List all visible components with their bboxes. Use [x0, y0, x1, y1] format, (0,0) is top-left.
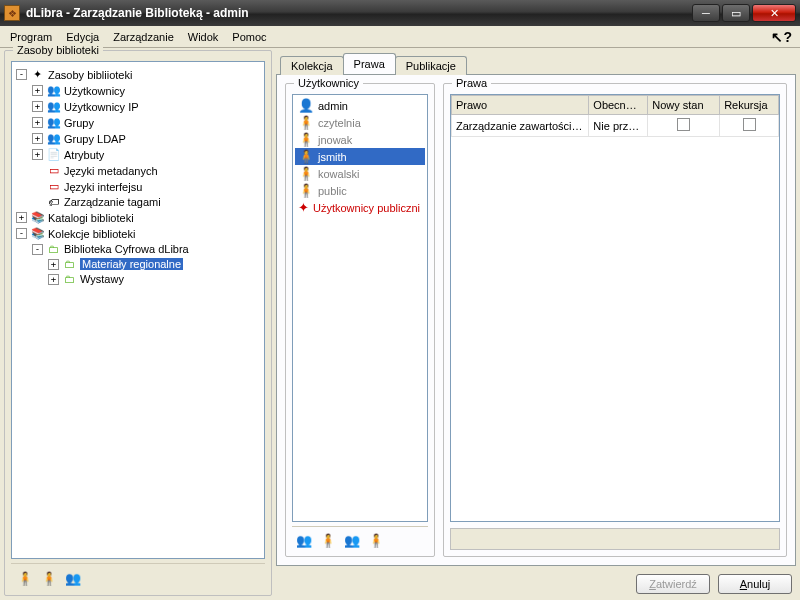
user-label[interactable]: public [318, 185, 347, 197]
rights-legend: Prawa [452, 77, 491, 89]
left-panel: Zasoby biblioteki - ✦ Zasoby bibliioteki… [4, 50, 272, 596]
user-row: 🧍czytelnia [295, 114, 425, 131]
user-row: 🧍public [295, 182, 425, 199]
public-users-icon: ✦ [298, 201, 309, 214]
collections-icon: 📚 [30, 227, 45, 240]
tree-item-groups-ldap[interactable]: Grupy LDAP [64, 133, 126, 145]
tree-scroll[interactable]: - ✦ Zasoby bibliioteki +👥Użytkownicy +👥U… [11, 61, 265, 559]
users-panel: Użytkownicy 👤admin 🧍czytelnia 🧍jnowak 🧍j… [285, 83, 435, 557]
cancel-button[interactable]: Anuluj [718, 574, 792, 594]
user-icon: 🧍 [298, 150, 314, 163]
left-panel-legend: Zasoby biblioteki [13, 44, 103, 56]
col-nowystan[interactable]: Nowy stan [648, 96, 720, 115]
menu-zarzadzanie[interactable]: Zarządzanie [107, 29, 180, 45]
cell-nowystan[interactable] [648, 115, 720, 137]
tree-item-catalogs[interactable]: Katalogi biblioteki [48, 212, 134, 224]
tab-content: Użytkownicy 👤admin 🧍czytelnia 🧍jnowak 🧍j… [276, 74, 796, 566]
users-list[interactable]: 👤admin 🧍czytelnia 🧍jnowak 🧍jsmith 🧍kowal… [292, 94, 428, 522]
cell-prawo: Zarządzanie zawartością kole… [452, 115, 589, 137]
tag-icon: 🏷 [46, 196, 61, 208]
tree-expander[interactable]: + [48, 259, 59, 270]
tree-root[interactable]: Zasoby bibliioteki [48, 69, 132, 81]
tree-item-groups[interactable]: Grupy [64, 117, 94, 129]
tree-expander[interactable]: + [32, 149, 43, 160]
users-legend: Użytkownicy [294, 77, 363, 89]
group-icon[interactable]: 👥 [296, 534, 312, 547]
user-label[interactable]: kowalski [318, 168, 360, 180]
window-close-button[interactable]: ✕ [752, 4, 796, 22]
menu-program[interactable]: Program [4, 29, 58, 45]
tree-item-exhib[interactable]: Wystawy [80, 273, 124, 285]
menu-edycja[interactable]: Edycja [60, 29, 105, 45]
col-prawo[interactable]: Prawo [452, 96, 589, 115]
cell-rekursja[interactable] [720, 115, 779, 137]
tree-item-lang-meta[interactable]: Języki metadanych [64, 165, 158, 177]
help-icon[interactable]: ↖? [767, 29, 796, 45]
status-box [450, 528, 780, 550]
user-label[interactable]: Użytkownicy publiczni [313, 202, 420, 214]
cell-obecny: Nie przy… [589, 115, 648, 137]
user-icon: 🧍 [298, 184, 314, 197]
window-title: dLibra - Zarządzanie Biblioteką - admin [26, 6, 692, 20]
users-ip-icon: 👥 [46, 100, 61, 113]
tree-item-collections[interactable]: Kolekcje biblioteki [48, 228, 135, 240]
tree-expander[interactable]: - [16, 228, 27, 239]
right-panel: Kolekcja Prawa Publikacje Użytkownicy 👤a… [276, 50, 796, 596]
tree-expander[interactable]: - [16, 69, 27, 80]
tree-expander[interactable]: + [48, 274, 59, 285]
library-icon: ✦ [30, 68, 45, 81]
user-row: ✦Użytkownicy publiczni [295, 199, 425, 216]
person-icon[interactable]: 🧍 [320, 534, 336, 547]
tree-item-users[interactable]: Użytkownicy [64, 85, 125, 97]
tree-expander[interactable]: + [32, 85, 43, 96]
confirm-button[interactable]: Zatwierdź [636, 574, 710, 594]
tree-item-lang-ui[interactable]: Języki interfejsu [64, 181, 142, 193]
rights-table: Prawo Obecn… Nowy stan Rekursja Zarządza… [451, 95, 779, 137]
tree-item-regional[interactable]: Materiały regionalne [80, 258, 183, 270]
table-row[interactable]: Zarządzanie zawartością kole… Nie przy… [452, 115, 779, 137]
user-icon: 🧍 [298, 133, 314, 146]
folder-icon: 🗀 [46, 243, 61, 255]
checkbox-icon[interactable] [743, 118, 756, 131]
group-icon[interactable]: 👥 [65, 572, 81, 585]
menu-pomoc[interactable]: Pomoc [226, 29, 272, 45]
user-admin-icon: 👤 [298, 99, 314, 112]
user-icon: 🧍 [298, 167, 314, 180]
person-icon[interactable]: 🧍 [17, 572, 33, 585]
user-row: 🧍kowalski [295, 165, 425, 182]
user-label[interactable]: jsmith [318, 151, 347, 163]
tree-expander[interactable]: - [32, 244, 43, 255]
tab-publikacje[interactable]: Publikacje [395, 56, 467, 75]
user-label[interactable]: czytelnia [318, 117, 361, 129]
bottom-buttons: Zatwierdź Anuluj [276, 566, 796, 596]
folder-icon: 🗀 [62, 273, 77, 285]
groups-icon: 👥 [46, 116, 61, 129]
tree-expander[interactable]: + [32, 133, 43, 144]
person-icon[interactable]: 🧍 [368, 534, 384, 547]
users-footer: 👥 🧍 👥 🧍 [292, 526, 428, 550]
checkbox-icon[interactable] [677, 118, 690, 131]
window-minimize-button[interactable]: ─ [692, 4, 720, 22]
col-rekursja[interactable]: Rekursja [720, 96, 779, 115]
user-label[interactable]: jnowak [318, 134, 352, 146]
tree-expander[interactable]: + [16, 212, 27, 223]
tree-item-tags[interactable]: Zarządzanie tagami [64, 196, 161, 208]
menubar: Program Edycja Zarządzanie Widok Pomoc ↖… [0, 26, 800, 48]
users-icon: 👥 [46, 84, 61, 97]
tree-item-diglib[interactable]: Biblioteka Cyfrowa dLibra [64, 243, 189, 255]
tree-item-attrs[interactable]: Atrybuty [64, 149, 104, 161]
menu-widok[interactable]: Widok [182, 29, 225, 45]
folder-icon: 🗀 [62, 258, 77, 270]
person-icon[interactable]: 🧍 [41, 572, 57, 585]
attrs-icon: 📄 [46, 148, 61, 161]
window-maximize-button[interactable]: ▭ [722, 4, 750, 22]
col-obecny[interactable]: Obecn… [589, 96, 648, 115]
tree-expander[interactable]: + [32, 117, 43, 128]
window-titlebar: ❖ dLibra - Zarządzanie Biblioteką - admi… [0, 0, 800, 26]
group-icon[interactable]: 👥 [344, 534, 360, 547]
tab-kolekcja[interactable]: Kolekcja [280, 56, 344, 75]
tree-item-users-ip[interactable]: Użytkownicy IP [64, 101, 139, 113]
user-label[interactable]: admin [318, 100, 348, 112]
tab-prawa[interactable]: Prawa [343, 53, 396, 74]
tree-expander[interactable]: + [32, 101, 43, 112]
